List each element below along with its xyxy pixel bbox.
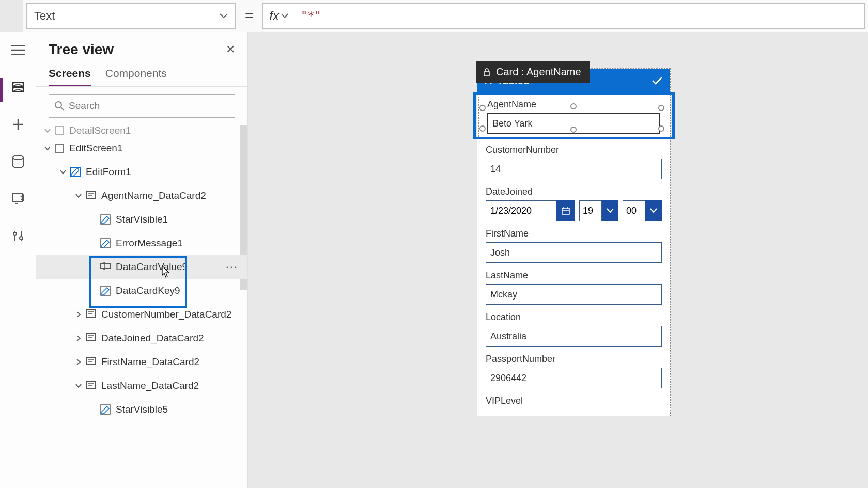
tree-node-datacardkey9[interactable]: DataCardKey9: [36, 279, 247, 303]
label-icon: [100, 238, 111, 248]
tree-node-label: StarVisible5: [116, 404, 168, 415]
more-icon[interactable]: ···: [226, 260, 238, 274]
datacard-icon: [86, 191, 96, 201]
lastname-input[interactable]: [486, 284, 662, 305]
tree-node-datejoined-card[interactable]: DateJoined_DataCard2: [36, 326, 247, 350]
insert-icon[interactable]: [10, 117, 26, 132]
resize-handle[interactable]: [658, 125, 664, 132]
tree-node-starvisible5[interactable]: StarVisible5: [36, 398, 247, 421]
resize-handle[interactable]: [570, 127, 577, 133]
tab-screens[interactable]: Screens: [49, 67, 91, 86]
field-label: VIPLevel: [486, 396, 662, 406]
textinput-icon: [100, 262, 111, 272]
tree-node-label: EditForm1: [86, 166, 131, 178]
property-dropdown-text: Text: [34, 9, 55, 23]
svg-rect-12: [86, 334, 96, 341]
field-location: Location: [477, 310, 670, 352]
tree-node-label: AgentName_DataCard2: [101, 190, 206, 201]
data-icon[interactable]: [10, 154, 26, 169]
svg-rect-1: [12, 194, 23, 202]
svg-point-4: [55, 102, 61, 108]
svg-rect-6: [86, 191, 96, 198]
tree-node-label: DataCardKey9: [116, 285, 180, 296]
tree-node-customernumber-card[interactable]: CustomerNumber_DataCard2: [36, 303, 247, 326]
media-icon[interactable]: [10, 191, 26, 207]
field-label: LastName: [486, 270, 662, 281]
resize-handle[interactable]: [479, 125, 486, 132]
resize-handle[interactable]: [658, 105, 664, 111]
calendar-icon: [561, 206, 570, 215]
field-datejoined: DateJoined 1/23/2020 19 00: [477, 184, 670, 226]
fx-label: fx: [269, 9, 279, 23]
customernumber-input[interactable]: [486, 159, 662, 179]
svg-point-0: [13, 155, 23, 160]
search-field[interactable]: [69, 100, 229, 112]
svg-rect-14: [86, 381, 96, 388]
property-dropdown[interactable]: Text: [26, 3, 236, 29]
tree-node-detailscreen[interactable]: DetailScreen1: [36, 125, 247, 136]
resize-handle[interactable]: [570, 103, 577, 109]
tree-node-label: LastName_DataCard2: [101, 380, 199, 391]
chevron-down-icon: [650, 208, 657, 213]
checkmark-icon[interactable]: [652, 76, 663, 85]
tree-node-label: ErrorMessage1: [116, 238, 183, 249]
tree-node-label: EditScreen1: [69, 143, 123, 154]
form-card[interactable]: Table1 AgentName CustomerNumber DateJoin…: [477, 68, 671, 416]
close-icon[interactable]: ✕: [226, 43, 235, 56]
field-customernumber: CustomerNumber: [477, 143, 670, 184]
tree-list: DetailScreen1 EditScreen1 EditForm1 Agen…: [36, 125, 247, 455]
tree-node-agentname-card[interactable]: AgentName_DataCard2: [36, 184, 247, 208]
hour-select[interactable]: 19: [579, 200, 602, 221]
formula-bar: Text = fx "*": [23, 0, 868, 32]
date-input[interactable]: 1/23/2020: [486, 200, 556, 221]
field-firstname: FirstName: [477, 226, 670, 268]
firstname-input[interactable]: [486, 242, 662, 263]
passportnumber-input[interactable]: [486, 368, 662, 388]
tree-node-starvisible1[interactable]: StarVisible1: [36, 208, 247, 231]
selection-tag-text: Card : AgentName: [496, 66, 581, 78]
left-rail: [0, 32, 36, 488]
tree-node-datacardvalue9[interactable]: DataCardValue9 ···: [36, 255, 247, 279]
minute-select[interactable]: 00: [623, 200, 645, 221]
field-label: PassportNumber: [486, 354, 662, 365]
calendar-button[interactable]: [556, 200, 575, 221]
tree-node-lastname-card[interactable]: LastName_DataCard2: [36, 374, 247, 398]
field-label: CustomerNumber: [486, 145, 662, 155]
svg-rect-9: [101, 263, 110, 269]
datacard-icon: [86, 333, 96, 343]
search-input[interactable]: [49, 94, 235, 118]
tree-node-errormessage1[interactable]: ErrorMessage1: [36, 231, 247, 255]
location-input[interactable]: [486, 326, 662, 347]
tree-node-firstname-card[interactable]: FirstName_DataCard2: [36, 350, 247, 374]
chevron-down-icon: [281, 13, 288, 19]
hour-dropdown-button[interactable]: [602, 200, 618, 221]
field-label: DateJoined: [486, 186, 662, 197]
tab-components[interactable]: Components: [105, 67, 167, 86]
form-icon: [70, 167, 81, 177]
tree-view-icon[interactable]: [10, 80, 26, 95]
equals-sign: =: [243, 8, 255, 24]
tree-node-label: DateJoined_DataCard2: [101, 333, 204, 344]
field-lastname: LastName: [477, 268, 670, 310]
label-icon: [100, 214, 111, 225]
datacard-icon: [86, 309, 96, 320]
svg-rect-13: [86, 357, 96, 365]
tree-node-editscreen[interactable]: EditScreen1: [36, 136, 247, 160]
field-label: Location: [486, 312, 662, 323]
tree-node-editform[interactable]: EditForm1: [36, 160, 247, 184]
field-label: FirstName: [486, 228, 662, 239]
svg-point-3: [20, 237, 23, 240]
label-icon: [100, 404, 111, 415]
svg-point-2: [13, 232, 17, 235]
minute-dropdown-button[interactable]: [645, 200, 662, 221]
tree-node-label: DetailScreen1: [69, 125, 131, 136]
tree-view-title: Tree view: [49, 41, 114, 58]
hamburger-icon[interactable]: [10, 42, 26, 58]
svg-rect-17: [562, 208, 569, 214]
svg-rect-16: [484, 72, 489, 76]
resize-handle[interactable]: [479, 105, 486, 111]
chevron-down-icon: [607, 208, 614, 213]
tree-view-panel: Tree view ✕ Screens Components DetailScr…: [36, 32, 248, 488]
formula-input-box[interactable]: fx "*": [262, 3, 865, 29]
advanced-tools-icon[interactable]: [10, 228, 26, 244]
